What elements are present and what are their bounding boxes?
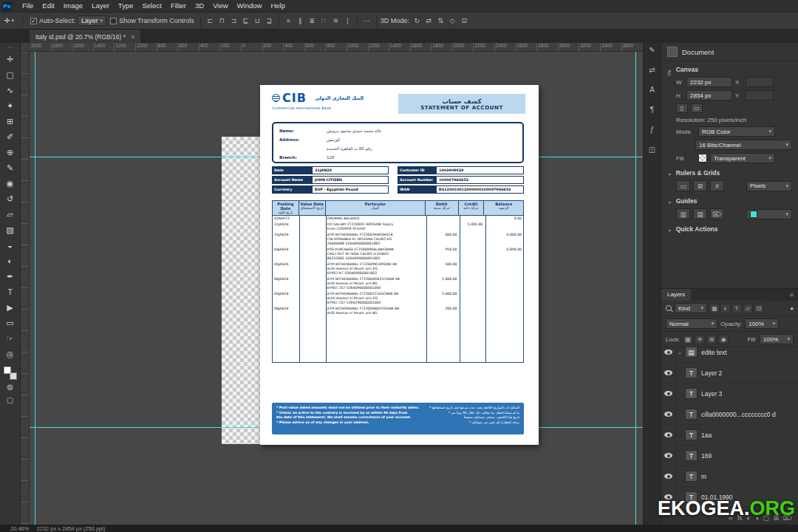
layer-name[interactable]: 169 [701, 452, 712, 460]
quick-selection-tool[interactable]: ✦ [2, 98, 18, 114]
crop-tool[interactable]: ⊞ [2, 114, 18, 129]
eraser-tool[interactable]: ▱ [2, 207, 18, 222]
layer-thumbnail[interactable]: T [685, 367, 698, 378]
layer-group-edite-text[interactable]: ⌄ ▤ edite text [661, 342, 798, 363]
filter-smart-objects-icon[interactable]: ⊡ [754, 304, 764, 313]
align-right-icon[interactable]: ⊐ [228, 16, 239, 27]
filter-toggle-icon[interactable]: ● [790, 305, 794, 312]
visibility-toggle[interactable] [661, 363, 676, 383]
distribute-right-icon[interactable]: ≋ [330, 16, 341, 27]
3d-orbit-icon[interactable]: ↻ [412, 16, 423, 27]
glyphs-panel-icon[interactable]: ƒ [646, 123, 659, 136]
shape-tool[interactable]: ▭ [2, 316, 18, 331]
tab-close-icon[interactable]: × [131, 33, 134, 41]
lock-guides-button[interactable]: ▤ [693, 208, 707, 219]
pen-tool[interactable]: ✒ [2, 269, 18, 284]
layer-1aa[interactable]: T 1aa [661, 425, 798, 446]
brush-settings-panel-icon[interactable]: ✎ [646, 43, 659, 56]
vertical-guide[interactable] [635, 52, 636, 525]
toggle-rulers-button[interactable]: ▭ [676, 180, 690, 191]
clone-stamp-tool[interactable]: ◉ [2, 176, 18, 191]
align-bottom-icon[interactable]: ⊒ [264, 16, 275, 27]
layer-thumbnail[interactable]: T [685, 409, 698, 420]
menu-select[interactable]: Select [137, 0, 166, 12]
blur-tool[interactable]: ◒ [2, 238, 18, 253]
layer-thumbnail[interactable]: T [685, 388, 698, 399]
clear-guides-button[interactable]: ⌦ [710, 208, 724, 219]
link-dimensions-icon[interactable]: 8 [667, 70, 671, 78]
zoom-level[interactable]: 20.46% [10, 525, 29, 532]
foreground-color-chip[interactable] [4, 366, 11, 374]
menu-image[interactable]: Image [59, 0, 87, 12]
screen-mode-button[interactable]: ▢ [2, 393, 18, 406]
menu-file[interactable]: File [18, 0, 38, 12]
layer-name[interactable]: Layer 2 [701, 369, 722, 377]
clone-source-panel-icon[interactable]: ⇄ [646, 63, 659, 76]
visibility-toggle[interactable] [661, 404, 676, 424]
menu-view[interactable]: View [208, 0, 232, 12]
layer-thumbnail[interactable]: T [685, 429, 698, 440]
menu-edit[interactable]: Edit [38, 0, 58, 12]
layer-name[interactable]: 1aa [701, 432, 712, 439]
align-left-icon[interactable]: ⊏ [205, 16, 216, 27]
3d-pan-icon[interactable]: ⇅ [435, 16, 446, 27]
landscape-orientation-button[interactable]: ▭ [691, 103, 703, 113]
horizontal-ruler[interactable]: 2000180016001400120010008006004002000200… [30, 43, 643, 52]
layer-thumbnail[interactable]: T [685, 450, 698, 461]
visibility-toggle[interactable] [661, 446, 676, 466]
layer-169[interactable]: T 169 [661, 446, 798, 466]
layer-name[interactable]: cilla0000000...cccccccc0 d [701, 411, 776, 418]
brush-tool[interactable]: ✎ [2, 160, 18, 176]
distribute-center-icon[interactable]: ∷ [318, 16, 330, 27]
menu-3d[interactable]: 3D [191, 0, 208, 12]
portrait-orientation-button[interactable]: ▯ [676, 103, 688, 113]
layer-name[interactable]: Layer 3 [701, 390, 722, 398]
ruler-units-dropdown[interactable]: Pixels ▾ [746, 181, 792, 191]
panel-menu-icon[interactable]: ≡ [785, 291, 798, 299]
vertical-guide[interactable] [35, 52, 35, 525]
opacity-dropdown[interactable]: 100% ▾ [745, 318, 779, 329]
healing-brush-tool[interactable]: ⊕ [2, 145, 18, 160]
foreground-background-colors[interactable] [4, 366, 17, 380]
path-selection-tool[interactable]: ▶ [2, 300, 18, 316]
filter-adjustment-layers-icon[interactable]: ◐ [720, 304, 731, 313]
toggle-guides-button[interactable]: ▥ [676, 208, 690, 219]
canvas-viewport[interactable]: CIB البنك التجاري الدولي Commercial Inte… [30, 52, 643, 525]
type-tool[interactable]: T [2, 284, 18, 300]
menu-type[interactable]: Type [114, 0, 138, 12]
paragraph-panel-icon[interactable]: ¶ [646, 103, 659, 116]
filter-pixel-layers-icon[interactable]: ▦ [709, 304, 720, 313]
layer-thumbnail[interactable]: ▤ [685, 347, 698, 358]
distribute-spacing-icon[interactable]: ∣ [342, 16, 353, 27]
canvas-height-field[interactable]: 2854 px [686, 90, 732, 100]
move-tool[interactable]: ✛ [2, 52, 18, 67]
tab-layers[interactable]: Layers [661, 289, 691, 301]
3d-slide-icon[interactable]: ◇ [447, 16, 458, 27]
history-brush-tool[interactable]: ↺ [2, 191, 18, 207]
more-options-icon[interactable]: ⋯ [361, 16, 372, 27]
3d-scale-icon[interactable]: ⊡ [459, 16, 470, 27]
distribute-vertical-icon[interactable]: ≡ [283, 16, 294, 27]
vertical-ruler[interactable] [21, 52, 30, 525]
dodge-tool[interactable]: ◐ [2, 253, 18, 269]
lasso-tool[interactable]: ∿ [2, 83, 18, 98]
layer-m[interactable]: T m [661, 466, 798, 487]
show-transform-checkbox[interactable] [110, 18, 117, 24]
marquee-tool[interactable]: ▢ [2, 67, 18, 83]
fill-swatch[interactable] [698, 154, 707, 163]
guides-section-header[interactable]: ⌄ Guides [661, 193, 798, 207]
guide-color-dropdown[interactable]: ▾ [746, 209, 792, 219]
layer-name[interactable]: m [701, 473, 706, 480]
auto-select-target-dropdown[interactable]: Layer ▾ [78, 16, 106, 26]
eyedropper-tool[interactable]: ✐ [2, 129, 18, 145]
menu-layer[interactable]: Layer [87, 0, 114, 12]
libraries-panel-icon[interactable]: ◫ [646, 143, 659, 156]
menu-help[interactable]: Help [266, 0, 290, 12]
bit-depth-dropdown[interactable]: 16 Bits/Channel ▾ [695, 140, 792, 150]
bank-statement-document[interactable]: CIB البنك التجاري الدولي Commercial Inte… [260, 85, 539, 445]
layer-layer-3[interactable]: T Layer 3 [661, 383, 798, 404]
menu-filter[interactable]: Filter [166, 0, 191, 12]
filter-shape-layers-icon[interactable]: ▱ [743, 304, 753, 313]
photoshop-logo-icon[interactable]: Ps [2, 1, 12, 11]
blend-mode-dropdown[interactable]: Normal ▾ [666, 318, 717, 329]
